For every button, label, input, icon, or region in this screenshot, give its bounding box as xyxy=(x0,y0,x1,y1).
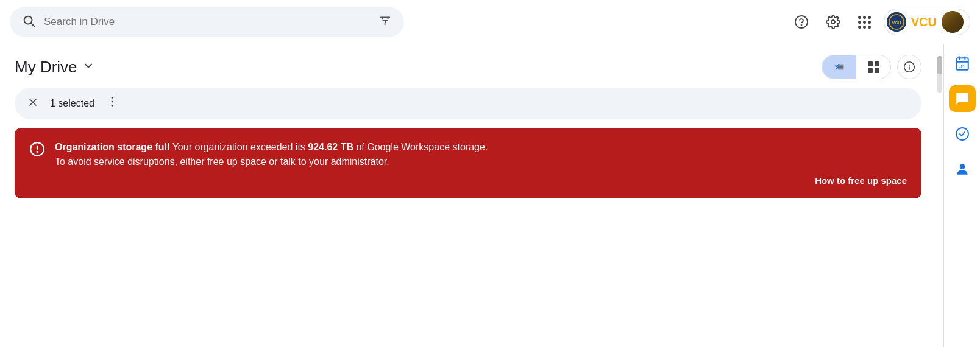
search-input[interactable] xyxy=(44,16,370,28)
search-filter-icon[interactable] xyxy=(378,14,392,30)
header: VCU VCU xyxy=(0,0,980,44)
scroll-thumb[interactable] xyxy=(937,56,942,74)
alert-top: Organization storage full Your organizat… xyxy=(29,140,907,169)
view-controls xyxy=(822,55,921,79)
grid-icon xyxy=(868,61,879,73)
info-button[interactable] xyxy=(897,55,921,79)
help-button[interactable] xyxy=(789,9,814,35)
vcu-seal-icon: VCU xyxy=(887,12,906,32)
alert-storage-amount: 924.62 TB xyxy=(308,142,353,152)
apps-button[interactable] xyxy=(852,9,878,35)
alert-title: Organization storage full xyxy=(55,142,169,152)
svg-point-23 xyxy=(112,101,113,103)
vcu-text: VCU xyxy=(911,15,937,29)
svg-text:31: 31 xyxy=(959,63,965,69)
contacts-button[interactable] xyxy=(949,156,976,183)
svg-point-24 xyxy=(112,105,113,107)
svg-point-33 xyxy=(956,128,968,140)
selected-count-text: 1 selected xyxy=(50,98,94,109)
svg-point-8 xyxy=(795,16,808,28)
selection-bar: 1 selected xyxy=(15,88,921,119)
scrollbar-track[interactable] xyxy=(936,44,943,347)
how-to-free-space-link[interactable]: How to free up space xyxy=(815,175,907,186)
search-bar[interactable] xyxy=(10,7,404,37)
avatar-image xyxy=(942,11,964,33)
view-toggle xyxy=(822,55,891,79)
grid-view-button[interactable] xyxy=(856,55,890,79)
scrollbar[interactable] xyxy=(937,56,942,93)
more-actions-button[interactable] xyxy=(105,95,119,112)
settings-button[interactable] xyxy=(820,9,846,35)
svg-point-10 xyxy=(831,20,835,24)
my-drive-title-button[interactable]: My Drive xyxy=(15,58,94,77)
alert-icon xyxy=(29,141,45,161)
svg-point-34 xyxy=(959,164,965,169)
deselect-button[interactable] xyxy=(27,96,39,111)
alert-line2: To avoid service disruptions, either fre… xyxy=(55,156,389,167)
right-sidebar: 31 xyxy=(943,44,980,347)
apps-grid-icon xyxy=(858,16,871,29)
avatar xyxy=(942,11,964,33)
content-area: My Drive xyxy=(0,44,936,347)
storage-alert-banner: Organization storage full Your organizat… xyxy=(15,128,921,198)
chat-button[interactable] xyxy=(949,85,976,112)
svg-text:VCU: VCU xyxy=(892,21,901,25)
list-view-button[interactable] xyxy=(822,55,856,79)
page-title: My Drive xyxy=(15,58,77,77)
alert-body2: of Google Workspace storage. xyxy=(353,142,488,152)
calendar-button[interactable]: 31 xyxy=(949,50,976,77)
svg-line-1 xyxy=(31,23,34,26)
chevron-down-icon xyxy=(82,60,94,75)
main-layout: My Drive xyxy=(0,44,980,347)
alert-message: Organization storage full Your organizat… xyxy=(55,140,488,169)
search-icon xyxy=(22,14,35,30)
header-icons: VCU VCU xyxy=(789,9,970,35)
alert-body1: Your organization exceeded its xyxy=(169,142,308,152)
svg-point-9 xyxy=(801,25,801,26)
page-header: My Drive xyxy=(15,44,921,88)
tasks-button[interactable] xyxy=(949,121,976,147)
account-badge[interactable]: VCU VCU xyxy=(884,9,970,35)
svg-point-27 xyxy=(37,152,37,152)
svg-point-22 xyxy=(112,97,113,99)
